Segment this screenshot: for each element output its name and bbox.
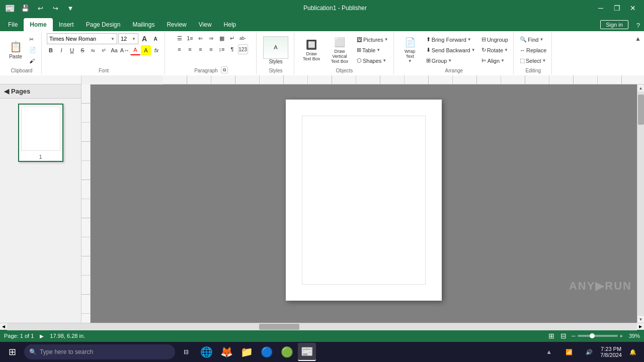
styles-button[interactable]: A Styles <box>261 35 291 65</box>
align-justify-btn[interactable]: ≡ <box>206 44 216 54</box>
cut-button[interactable]: ✂ <box>27 35 38 45</box>
tab-view[interactable]: View <box>193 18 218 31</box>
numbering-btn[interactable]: 1≡ <box>185 33 195 43</box>
tab-page-design[interactable]: Page Design <box>80 18 127 31</box>
columns-btn[interactable]: ▦ <box>217 33 227 43</box>
char-spacing-btn[interactable]: A↔ <box>120 45 130 55</box>
h-scroll-thumb[interactable] <box>259 324 299 330</box>
scroll-thumb[interactable] <box>638 95 644 125</box>
paragraph-settings-btn[interactable]: ⧉ <box>221 66 228 73</box>
draw-vertical-textbox-btn[interactable]: ⬜ Draw VerticalText Box <box>327 35 353 65</box>
cursor-icon: ▶ <box>40 333 44 339</box>
scroll-left-btn[interactable]: ◀ <box>0 323 7 330</box>
pictures-btn[interactable]: 🖼 Pictures ▼ <box>355 35 390 45</box>
zoom-slider-thumb[interactable] <box>590 333 595 338</box>
start-button[interactable]: ⊞ <box>2 343 22 361</box>
draw-textbox-btn[interactable]: 🔲 DrawText Box <box>298 35 325 65</box>
taskbar-app1[interactable]: 🔵 <box>258 343 276 361</box>
italic-btn[interactable]: I <box>56 45 66 55</box>
table-btn[interactable]: ⊞ Table ▼ <box>355 45 390 55</box>
font-size-dropdown[interactable]: 12 ▼ <box>118 33 138 44</box>
text-highlight-btn[interactable]: A <box>141 45 151 55</box>
notification-btn[interactable]: 🔔 <box>624 343 642 361</box>
pages-collapse-icon[interactable]: ◀ <box>4 87 9 95</box>
zoom-out-btn[interactable]: ─ <box>572 333 576 339</box>
align-right-btn[interactable]: ≡ <box>196 44 206 54</box>
grow-font-btn[interactable]: A <box>139 34 149 44</box>
h-scroll-track[interactable] <box>7 323 637 330</box>
decrease-indent-btn[interactable]: ⇐ <box>196 33 206 43</box>
taskbar-publisher[interactable]: 📰 <box>298 343 316 361</box>
tab-mailings[interactable]: Mailings <box>126 18 160 31</box>
system-tray[interactable]: ▲ <box>540 343 558 361</box>
save-quick-btn[interactable]: 💾 <box>19 2 31 14</box>
taskbar-app2[interactable]: 🟢 <box>278 343 296 361</box>
bring-forward-btn[interactable]: ⬆ Bring Forward ▼ <box>424 35 477 45</box>
tab-insert[interactable]: Insert <box>53 18 80 31</box>
zoom-slider[interactable] <box>578 335 618 337</box>
replace-btn[interactable]: ↔ Replace <box>518 45 548 55</box>
ungroup-btn[interactable]: ⊟ Ungroup <box>479 35 510 45</box>
two-page-view-btn[interactable]: ⊟ <box>559 332 568 340</box>
tab-review[interactable]: Review <box>160 18 192 31</box>
numbering-value-btn[interactable]: 123 <box>238 44 248 54</box>
underline-btn[interactable]: U <box>67 45 77 55</box>
font-name-dropdown[interactable]: Times New Roman ▼ <box>47 33 117 44</box>
help-button[interactable]: ? <box>632 22 644 29</box>
redo-quick-btn[interactable]: ↪ <box>49 2 61 14</box>
hyphen-btn[interactable]: ab- <box>238 33 248 43</box>
close-btn[interactable]: ✕ <box>626 3 640 14</box>
scroll-right-btn[interactable]: ▶ <box>637 323 644 330</box>
font-effects-btn[interactable]: fx <box>151 45 162 55</box>
volume-icon[interactable]: 🔊 <box>580 343 598 361</box>
line-spacing-btn[interactable]: ↕≡ <box>217 44 227 54</box>
taskbar-explorer[interactable]: 📁 <box>237 343 256 361</box>
collapse-ribbon-btn[interactable]: ▲ <box>634 34 642 43</box>
group-btn[interactable]: ⊞ Group ▼ <box>424 56 477 66</box>
restore-btn[interactable]: ❐ <box>610 3 624 14</box>
network-icon[interactable]: 📶 <box>560 343 578 361</box>
scroll-track[interactable] <box>637 92 645 316</box>
copy-button[interactable]: 📄 <box>27 45 38 55</box>
scroll-down-btn[interactable]: ▼ <box>637 316 645 323</box>
superscript-btn[interactable]: x² <box>99 45 109 55</box>
page-thumbnail-1[interactable]: 1 <box>18 104 63 162</box>
text-dir-btn[interactable]: ↵ <box>227 33 237 43</box>
select-btn[interactable]: ⬚ Select ▼ <box>518 56 548 66</box>
sign-in-button[interactable]: Sign in <box>600 20 628 29</box>
align-left-btn[interactable]: ≡ <box>175 44 185 54</box>
bold-btn[interactable]: B <box>46 45 56 55</box>
subscript-btn[interactable]: x₂ <box>88 45 98 55</box>
align-center-btn[interactable]: ≡ <box>185 44 195 54</box>
taskbar-search[interactable]: 🔍 Type here to search <box>24 344 175 359</box>
customize-quick-btn[interactable]: ▼ <box>64 2 76 14</box>
taskbar-firefox[interactable]: 🦊 <box>217 343 235 361</box>
strikethrough-btn[interactable]: S <box>77 45 88 55</box>
rotate-btn[interactable]: ↻ Rotate ▼ <box>479 45 510 55</box>
tab-help[interactable]: Help <box>218 18 243 31</box>
taskbar-edge[interactable]: 🌐 <box>197 343 215 361</box>
tab-home[interactable]: Home <box>24 18 52 31</box>
tab-file[interactable]: File <box>2 18 24 31</box>
wrap-text-btn[interactable]: 📄 WrapText ▼ <box>398 35 422 65</box>
minimize-btn[interactable]: ─ <box>594 3 608 14</box>
font-color-btn[interactable]: A <box>130 45 140 55</box>
bullets-btn[interactable]: ☰ <box>175 33 185 43</box>
undo-quick-btn[interactable]: ↩ <box>34 2 46 14</box>
shapes-btn[interactable]: ⬡ Shapes ▼ <box>355 56 390 66</box>
format-painter-button[interactable]: 🖌 <box>27 56 38 66</box>
find-btn[interactable]: 🔍 Find ▼ <box>518 35 548 45</box>
align-btn[interactable]: ⊨ Align ▼ <box>479 56 510 66</box>
scroll-up-btn[interactable]: ▲ <box>637 84 645 92</box>
clear-format-btn[interactable]: Aa <box>109 45 119 55</box>
paragraph-marker-btn[interactable]: ¶ <box>227 44 237 54</box>
paste-button[interactable]: 📋 Paste <box>5 35 26 65</box>
zoom-in-btn[interactable]: + <box>620 333 623 339</box>
send-backward-btn[interactable]: ⬇ Send Backward ▼ <box>424 45 477 55</box>
normal-view-btn[interactable]: ⊞ <box>547 332 555 340</box>
system-clock[interactable]: 7:23 PM 7/8/2024 <box>600 346 622 358</box>
shrink-font-btn[interactable]: A <box>150 34 160 44</box>
increase-indent-btn[interactable]: ⇒ <box>206 33 216 43</box>
task-view-btn[interactable]: ⊟ <box>177 343 195 361</box>
canvas-area[interactable]: ANY▶RUN <box>91 84 637 323</box>
